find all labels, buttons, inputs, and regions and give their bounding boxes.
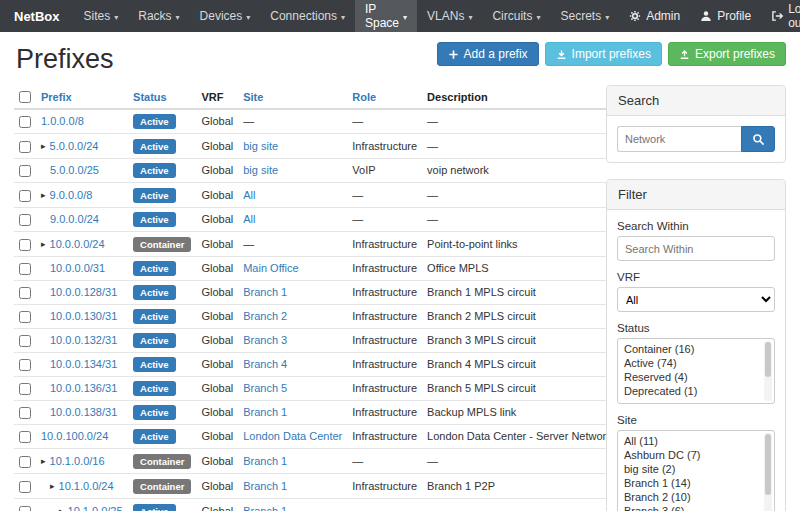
prefix-link[interactable]: 9.0.0.0/8 [50, 188, 93, 203]
site-link[interactable]: Branch 2 [243, 310, 287, 322]
prefix-link[interactable]: 1.0.0.0/8 [41, 114, 84, 129]
prefix-link[interactable]: 10.0.0.0/31 [50, 261, 105, 276]
nav-item-ip-space[interactable]: IP Space▾ [355, 0, 417, 32]
site-link[interactable]: Branch 1 [243, 406, 287, 418]
listbox-option[interactable]: Active (74) [621, 356, 759, 370]
site-link[interactable]: big site [243, 140, 278, 152]
vrf-cell: Global [196, 109, 238, 134]
select-all-checkbox[interactable] [19, 91, 31, 103]
listbox-scrollbar[interactable] [764, 341, 772, 401]
expand-arrow-icon[interactable]: ▸ [59, 504, 64, 511]
site-link[interactable]: Branch 1 [243, 480, 287, 492]
column-label-role[interactable]: Role [352, 91, 376, 103]
nav-item-profile[interactable]: Profile [690, 0, 761, 32]
row-checkbox[interactable] [19, 311, 31, 323]
nav-item-circuits[interactable]: Circuits▾ [482, 0, 550, 32]
site-cell: All [238, 208, 347, 232]
site-link[interactable]: All [243, 213, 255, 225]
site-listbox[interactable]: All (11)Ashburn DC (7)big site (2)Branch… [617, 430, 775, 511]
column-label-status[interactable]: Status [133, 91, 167, 103]
prefix-link[interactable]: 10.0.0.136/31 [50, 381, 117, 396]
prefix-link[interactable]: 10.1.0.0/25 [68, 504, 123, 511]
search-within-input[interactable] [617, 236, 775, 261]
status-cell: Active [128, 159, 196, 183]
listbox-scrollbar[interactable] [764, 433, 772, 511]
prefix-link[interactable]: 5.0.0.0/24 [50, 139, 99, 154]
row-checkbox[interactable] [19, 481, 31, 493]
listbox-option[interactable]: big site (2) [621, 462, 759, 476]
row-checkbox[interactable] [19, 214, 31, 226]
site-link[interactable]: big site [243, 164, 278, 176]
row-checkbox[interactable] [19, 431, 31, 443]
site-link[interactable]: Main Office [243, 262, 298, 274]
listbox-option[interactable]: Reserved (4) [621, 370, 759, 384]
site-link[interactable]: Branch 1 [243, 286, 287, 298]
site-link[interactable]: Branch 1 [243, 455, 287, 467]
row-checkbox[interactable] [19, 335, 31, 347]
row-checkbox[interactable] [19, 383, 31, 395]
prefix-link[interactable]: 10.1.0.0/16 [50, 454, 105, 469]
add-a-prefix-button[interactable]: Add a prefix [437, 42, 539, 66]
expand-arrow-icon[interactable]: ▸ [41, 188, 46, 203]
description-cell: — [422, 134, 617, 159]
row-checkbox[interactable] [19, 287, 31, 299]
column-label-prefix[interactable]: Prefix [41, 91, 72, 103]
vrf-select[interactable]: All [617, 287, 775, 312]
prefix-link[interactable]: 5.0.0.0/25 [50, 163, 99, 178]
nav-item-sites[interactable]: Sites▾ [74, 0, 129, 32]
site-link[interactable]: London Data Center [243, 430, 342, 442]
row-checkbox[interactable] [19, 165, 31, 177]
nav-item-secrets[interactable]: Secrets▾ [550, 0, 619, 32]
search-button[interactable] [741, 126, 775, 152]
listbox-option[interactable]: All (11) [621, 434, 759, 448]
nav-item-racks[interactable]: Racks▾ [128, 0, 189, 32]
row-checkbox[interactable] [19, 359, 31, 371]
site-link[interactable]: Branch 3 [243, 334, 287, 346]
nav-item-admin[interactable]: Admin [619, 0, 690, 32]
prefix-link[interactable]: 10.0.0.138/31 [50, 405, 117, 420]
row-checkbox[interactable] [19, 116, 31, 128]
listbox-option[interactable]: Branch 2 (10) [621, 490, 759, 504]
row-checkbox[interactable] [19, 141, 31, 153]
nav-item-vlans[interactable]: VLANs▾ [417, 0, 482, 32]
listbox-option[interactable]: Deprecated (1) [621, 384, 759, 398]
listbox-option[interactable]: Branch 3 (6) [621, 504, 759, 511]
expand-arrow-icon[interactable]: ▸ [41, 454, 46, 469]
prefix-link[interactable]: 10.0.0.132/31 [50, 333, 117, 348]
prefix-cell: ▸10.1.0.0/25 [36, 499, 128, 511]
prefix-link[interactable]: 10.0.100.0/24 [41, 429, 108, 444]
prefix-link[interactable]: 10.1.0.0/24 [59, 479, 114, 494]
expand-arrow-icon[interactable]: ▸ [41, 139, 46, 154]
site-link[interactable]: Branch 5 [243, 382, 287, 394]
status-badge: Active [133, 139, 176, 154]
prefix-link[interactable]: 10.0.0.0/24 [50, 237, 105, 252]
prefix-link[interactable]: 9.0.0.0/24 [50, 212, 99, 227]
row-checkbox[interactable] [19, 190, 31, 202]
expand-arrow-icon[interactable]: ▸ [50, 479, 55, 494]
site-link[interactable]: All [243, 189, 255, 201]
role-cell: Infrastructure [347, 134, 422, 159]
site-link[interactable]: Branch 4 [243, 358, 287, 370]
listbox-option[interactable]: Container (16) [621, 342, 759, 356]
row-checkbox[interactable] [19, 263, 31, 275]
prefix-link[interactable]: 10.0.0.128/31 [50, 285, 117, 300]
listbox-option[interactable]: Branch 1 (14) [621, 476, 759, 490]
site-link[interactable]: Branch 1 [243, 505, 287, 511]
search-input[interactable] [617, 126, 741, 152]
nav-item-devices[interactable]: Devices▾ [190, 0, 261, 32]
export-prefixes-button[interactable]: Export prefixes [668, 42, 786, 66]
row-checkbox[interactable] [19, 456, 31, 468]
row-checkbox[interactable] [19, 407, 31, 419]
nav-item-connections[interactable]: Connections▾ [260, 0, 355, 32]
prefix-link[interactable]: 10.0.0.134/31 [50, 357, 117, 372]
brand-logo[interactable]: NetBox [0, 0, 74, 32]
row-checkbox[interactable] [19, 506, 31, 511]
status-listbox[interactable]: Container (16)Active (74)Reserved (4)Dep… [617, 338, 775, 404]
expand-arrow-icon[interactable]: ▸ [41, 237, 46, 252]
import-prefixes-button[interactable]: Import prefixes [545, 42, 662, 66]
row-checkbox[interactable] [19, 239, 31, 251]
prefix-link[interactable]: 10.0.0.130/31 [50, 309, 117, 324]
listbox-option[interactable]: Ashburn DC (7) [621, 448, 759, 462]
column-label-site[interactable]: Site [243, 91, 263, 103]
nav-item-log-out[interactable]: Log out [761, 0, 800, 32]
